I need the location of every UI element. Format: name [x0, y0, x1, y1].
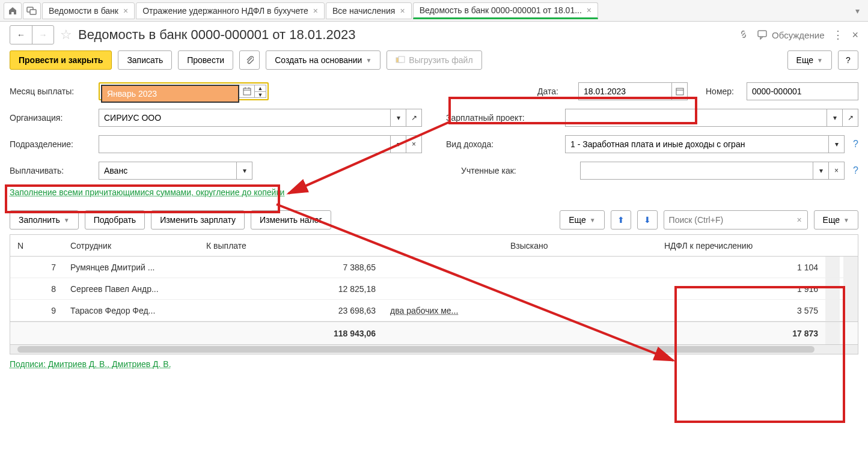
pay-input[interactable]	[99, 162, 237, 180]
table-more1-button[interactable]: Еще ▼	[560, 210, 604, 230]
th-pay[interactable]: К выплате	[199, 235, 383, 256]
favorite-icon[interactable]: ☆	[60, 27, 72, 43]
fill-link[interactable]: Заполнение всеми причитающимися суммами,…	[10, 186, 284, 198]
post-and-close-button[interactable]: Провести и закрыть	[10, 50, 112, 70]
help-icon[interactable]: ?	[853, 139, 858, 150]
tab-1[interactable]: Отражение удержанного НДФЛ в бухучете ×	[136, 2, 325, 19]
clear-icon[interactable]: ×	[829, 162, 845, 180]
export-label: Выгрузить файл	[409, 55, 472, 65]
th-col[interactable]: Взыскано	[503, 235, 657, 256]
move-down-button[interactable]: ⬇	[637, 210, 658, 230]
create-based-button[interactable]: Создать на основании ▼	[266, 50, 381, 70]
chevron-down-icon[interactable]: ▾	[391, 135, 406, 153]
chevron-down-icon: ▼	[590, 217, 596, 223]
forward-button[interactable]: →	[32, 26, 53, 44]
home-tab[interactable]	[4, 2, 22, 19]
tab-0[interactable]: Ведомости в банк ×	[42, 2, 135, 19]
th-tax[interactable]: НДФЛ к перечислению	[657, 235, 825, 256]
svg-rect-2	[758, 31, 766, 37]
cell-tax: 1 104	[657, 257, 825, 278]
clear-icon[interactable]: ×	[406, 135, 422, 153]
move-up-button[interactable]: ⬆	[611, 210, 631, 230]
close-icon[interactable]: ×	[313, 6, 318, 16]
org-label: Организация:	[10, 113, 94, 123]
tab-3[interactable]: Ведомость в банк 0000-000001 от 18.01...…	[413, 2, 598, 19]
change-tax-button[interactable]: Изменить налог	[251, 210, 331, 230]
proj-label: Зарплатный проект:	[446, 113, 560, 123]
attach-button[interactable]	[239, 50, 260, 70]
data-table: N Сотрудник К выплате Взыскано НДФЛ к пе…	[10, 234, 858, 354]
change-salary-button[interactable]: Изменить зарплату	[151, 210, 245, 230]
cell-n: 8	[10, 278, 63, 299]
cell-note	[383, 257, 503, 278]
chevron-down-icon[interactable]: ▾	[813, 162, 829, 180]
more-label: Еще	[796, 55, 814, 65]
th-note	[383, 235, 503, 256]
acct-label: Учтенные как:	[461, 166, 575, 175]
chat-tab[interactable]	[23, 2, 41, 19]
tabs-menu-icon[interactable]: ▾	[850, 4, 864, 18]
number-input[interactable]	[747, 82, 858, 100]
chevron-down-icon: ▼	[64, 217, 70, 223]
org-input[interactable]	[99, 109, 391, 127]
back-button[interactable]: ←	[10, 26, 32, 44]
close-icon[interactable]: ×	[587, 5, 591, 15]
chevron-down-icon[interactable]: ▾	[237, 162, 252, 180]
export-file-button[interactable]: Выгрузить файл	[387, 50, 481, 70]
date-label: Дата:	[537, 87, 573, 96]
spin-up-icon[interactable]: ▲	[255, 85, 266, 91]
close-icon[interactable]: ×	[400, 6, 405, 16]
discuss-button[interactable]: Обсуждение	[757, 30, 824, 40]
open-icon[interactable]: ↗	[406, 109, 422, 127]
proj-input[interactable]	[565, 109, 827, 127]
tab-2[interactable]: Все начисления ×	[326, 2, 412, 19]
calendar-icon[interactable]	[239, 85, 255, 98]
vertical-scrollbar[interactable]	[843, 257, 858, 321]
search-input[interactable]: ×	[664, 210, 808, 230]
chevron-down-icon: ▼	[843, 217, 849, 223]
month-label: Месяц выплаты:	[10, 87, 94, 96]
cell-col	[503, 278, 657, 299]
income-label: Вид дохода:	[446, 139, 560, 149]
save-button[interactable]: Записать	[118, 50, 172, 70]
acct-input[interactable]	[580, 162, 813, 180]
fill-button[interactable]: Заполнить ▼	[10, 210, 79, 230]
link-icon[interactable]	[738, 29, 749, 41]
help-icon[interactable]: ?	[853, 165, 858, 176]
fill-label: Заполнить	[19, 215, 60, 225]
pick-button[interactable]: Подобрать	[85, 210, 145, 230]
table-more2-button[interactable]: Еще ▼	[814, 210, 858, 230]
kebab-icon[interactable]: ⋮	[833, 28, 843, 41]
pay-label: Выплачивать:	[10, 166, 94, 175]
chevron-down-icon[interactable]: ▾	[827, 109, 843, 127]
spin-down-icon[interactable]: ▼	[255, 91, 266, 98]
help-button[interactable]: ?	[838, 50, 858, 70]
dept-input[interactable]	[99, 135, 391, 153]
svg-rect-1	[30, 10, 36, 14]
th-n[interactable]: N	[10, 235, 63, 256]
close-page-icon[interactable]: ×	[852, 29, 858, 41]
svg-rect-5	[243, 88, 251, 95]
clear-icon[interactable]: ×	[792, 215, 807, 225]
table-row[interactable]: 9Тарасов Федор Фед...23 698,63два рабочи…	[10, 300, 858, 321]
more-button[interactable]: Еще ▼	[787, 50, 832, 70]
income-input[interactable]	[565, 135, 829, 153]
search-field[interactable]	[664, 215, 792, 225]
open-icon[interactable]: ↗	[843, 109, 858, 127]
chevron-down-icon[interactable]: ▾	[391, 109, 406, 127]
month-input[interactable]	[101, 85, 239, 103]
table-row[interactable]: 7Румянцев Дмитрий ...7 388,651 104	[10, 257, 858, 278]
cell-tax: 1 916	[657, 278, 825, 299]
th-emp[interactable]: Сотрудник	[63, 235, 199, 256]
table-row[interactable]: 8Сергеев Павел Андр...12 825,181 916	[10, 278, 858, 300]
calendar-icon[interactable]	[672, 82, 688, 100]
tab-label: Ведомость в банк 0000-000001 от 18.01...	[420, 5, 582, 15]
horizontal-scrollbar[interactable]	[10, 344, 858, 354]
dept-label: Подразделение:	[10, 139, 94, 149]
signatures-link[interactable]: Подписи: Дмитриев Д. В., Дмитриев Д. В.	[0, 354, 868, 374]
date-input[interactable]	[578, 82, 672, 100]
chevron-down-icon[interactable]: ▾	[829, 135, 845, 153]
svg-rect-4	[399, 56, 405, 62]
post-button[interactable]: Провести	[178, 50, 233, 70]
close-icon[interactable]: ×	[123, 6, 128, 16]
